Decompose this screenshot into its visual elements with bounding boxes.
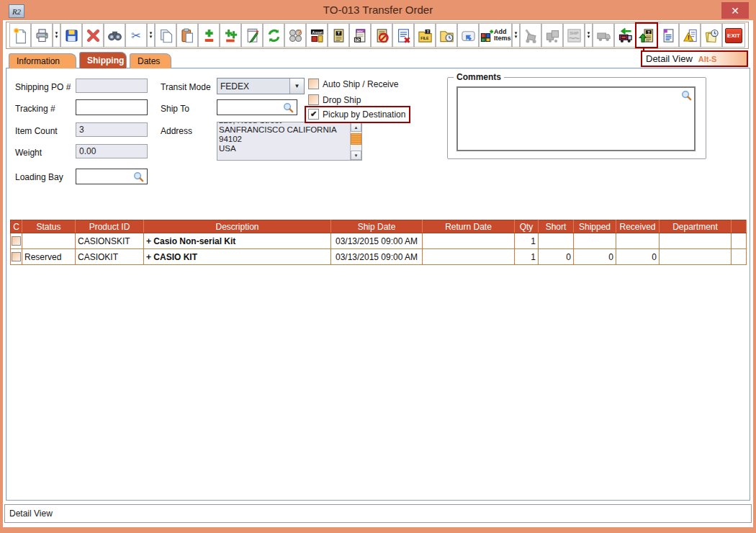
detail-view-tooltip: Detail View Alt-S xyxy=(641,50,748,67)
col-department[interactable]: Department xyxy=(660,220,732,233)
scroll-down-icon[interactable]: ▼ xyxy=(351,151,361,160)
paste-button[interactable] xyxy=(176,23,198,48)
comments-textarea[interactable] xyxy=(456,86,696,151)
cell-ship-date: 03/13/2015 09:00 AM xyxy=(331,233,423,249)
tracking-input[interactable] xyxy=(76,99,148,115)
col-shipped[interactable]: Shipped xyxy=(574,220,616,233)
svg-text:Asset: Asset xyxy=(312,30,323,34)
detail-view-icon: T xyxy=(639,27,655,44)
col-status[interactable]: Status xyxy=(22,220,76,233)
col-return-date[interactable]: Return Date xyxy=(423,220,515,233)
col-c[interactable]: C xyxy=(11,220,22,233)
checkbox-checked-icon[interactable]: ✔ xyxy=(308,109,319,120)
add-multiple-button[interactable] xyxy=(220,23,241,48)
transfer-document-button[interactable]: T xyxy=(328,23,349,48)
tab-information[interactable]: Information xyxy=(9,53,76,68)
ship-stamp-icon: SHIP xyxy=(566,27,582,44)
print-button[interactable] xyxy=(31,23,53,48)
add-items-label: Add Items xyxy=(494,29,511,42)
cell-filler xyxy=(732,249,747,265)
col-short[interactable]: Short xyxy=(539,220,574,233)
add-line-button[interactable] xyxy=(198,23,220,48)
cell-department xyxy=(660,233,732,249)
title-bar: R2 TO-013 Transfer Order ✕ xyxy=(0,0,756,20)
send-button[interactable] xyxy=(457,23,479,48)
scroll-up-icon[interactable]: ▲ xyxy=(351,122,361,132)
copy-button[interactable] xyxy=(155,23,176,48)
tooltip-shortcut: Alt-S xyxy=(698,55,717,63)
add-multiple-icon xyxy=(222,27,239,44)
auto-ship-checkbox-row[interactable]: Auto Ship / Receive xyxy=(308,79,398,89)
receive-truck-icon xyxy=(617,27,634,44)
col-product-id[interactable]: Product ID xyxy=(76,220,144,233)
svg-text:T: T xyxy=(337,31,340,35)
ship-to-label: Ship To xyxy=(161,104,189,114)
search-icon[interactable] xyxy=(283,102,294,113)
exit-label: EXIT xyxy=(725,28,742,43)
comments-legend: Comments xyxy=(454,72,504,82)
chevron-down-icon: ▼ xyxy=(587,35,591,39)
table-header-row: C Status Product ID Description Ship Dat… xyxy=(11,220,747,233)
truck-button-disabled xyxy=(593,23,614,48)
table-row[interactable]: CASIONSKIT + Casio Non-serial Kit 03/13/… xyxy=(11,233,747,249)
checkbox-unchecked-icon[interactable] xyxy=(308,94,319,105)
col-description[interactable]: Description xyxy=(144,220,331,233)
line-items-table: C Status Product ID Description Ship Dat… xyxy=(10,220,747,265)
cell-description: + CASIO KIT xyxy=(144,249,331,265)
refresh-button[interactable] xyxy=(263,23,284,48)
chevron-down-icon[interactable]: ▼ xyxy=(289,79,304,94)
checkbox-unchecked-icon[interactable] xyxy=(308,79,319,89)
receive-button[interactable] xyxy=(614,23,636,48)
detail-view-button[interactable]: T xyxy=(635,22,658,48)
window-title: TO-013 Transfer Order xyxy=(0,4,756,16)
asset-button[interactable]: Asset xyxy=(306,23,328,48)
report-button[interactable] xyxy=(657,23,679,48)
table-row[interactable]: Reserved CASIOKIT + CASIO KIT 03/13/2015… xyxy=(11,249,747,265)
no-item-button[interactable] xyxy=(371,23,392,48)
save-button[interactable] xyxy=(60,23,82,48)
binoculars-icon xyxy=(107,27,123,44)
pickup-checkbox-row[interactable]: ✔ Pickup by Destination xyxy=(308,109,405,120)
loading-bay-input[interactable] xyxy=(76,169,148,184)
activity-log-button[interactable] xyxy=(701,23,722,48)
print-dropdown[interactable]: ▼▼ xyxy=(53,23,60,48)
folder-history-button[interactable] xyxy=(436,23,457,48)
address-text: 225, Reed Street SANFRANCISCO CALIFORNIA… xyxy=(217,122,350,160)
delete-button[interactable] xyxy=(82,23,104,48)
file-attachment-button[interactable]: TFILE xyxy=(414,23,436,48)
ship-to-input[interactable] xyxy=(217,99,297,115)
cell-short xyxy=(539,233,574,249)
save-icon xyxy=(63,27,80,44)
cancel-document-button[interactable] xyxy=(392,23,414,48)
hand-truck-icon xyxy=(523,27,539,44)
misc-po-button[interactable]: MISCPO xyxy=(349,23,371,48)
add-items-dropdown[interactable]: ▼▼ xyxy=(512,23,520,48)
address-box: 225, Reed Street SANFRANCISCO CALIFORNIA… xyxy=(217,122,362,161)
scrollbar-thumb[interactable] xyxy=(351,133,361,145)
col-received[interactable]: Received xyxy=(616,220,660,233)
cut-button[interactable]: ✂ xyxy=(125,23,147,48)
find-button[interactable] xyxy=(104,23,125,48)
col-qty[interactable]: Qty xyxy=(515,220,539,233)
drop-ship-checkbox-row[interactable]: Drop Ship xyxy=(308,94,361,105)
tab-shipping[interactable]: Shipping xyxy=(79,52,127,68)
cut-dropdown[interactable]: ▼▼ xyxy=(147,23,155,48)
warning-log-button[interactable]: ! xyxy=(679,23,701,48)
row-checkbox[interactable] xyxy=(12,236,21,246)
search-icon[interactable] xyxy=(133,171,144,182)
row-checkbox[interactable] xyxy=(12,252,21,261)
paste-icon xyxy=(179,27,196,44)
search-icon[interactable] xyxy=(681,90,692,101)
cell-description: + Casio Non-serial Kit xyxy=(144,233,331,249)
edit-button[interactable] xyxy=(241,23,263,48)
add-icon xyxy=(201,27,217,44)
new-document-button[interactable] xyxy=(9,23,31,48)
transit-mode-select[interactable]: FEDEX ▼ xyxy=(217,78,305,94)
col-ship-date[interactable]: Ship Date xyxy=(331,220,423,233)
address-scrollbar[interactable]: ▲ ▼ xyxy=(350,122,361,160)
close-button[interactable]: ✕ xyxy=(721,2,749,19)
tab-dates[interactable]: Dates xyxy=(130,53,171,68)
exit-button[interactable]: EXIT xyxy=(722,23,745,48)
kit-explode-button[interactable]: ? xyxy=(284,23,306,48)
add-items-button[interactable]: Add Items xyxy=(479,23,512,48)
